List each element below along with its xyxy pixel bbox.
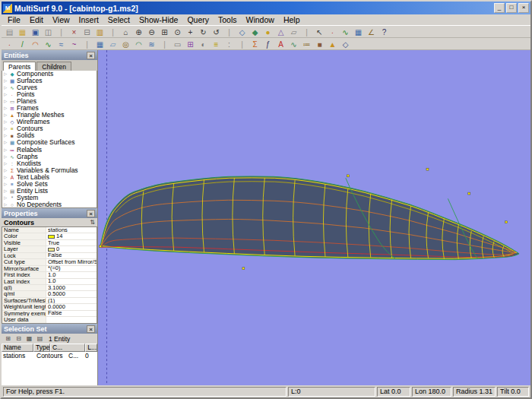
insert-trimesh-icon[interactable]: ▲: [326, 39, 339, 49]
property-value[interactable]: False: [46, 311, 97, 316]
property-value[interactable]: (1): [46, 298, 97, 303]
new-file-icon[interactable]: ▤: [3, 27, 16, 37]
selection-row[interactable]: stations Contours C... 0: [2, 352, 97, 359]
toolbar-separator-icon[interactable]: |: [55, 27, 68, 37]
insert-plane-icon[interactable]: ▭: [171, 39, 184, 49]
property-value[interactable]: 0: [46, 246, 97, 252]
insert-variable-icon[interactable]: Σ: [249, 39, 261, 49]
insert-arc-icon[interactable]: ◠: [29, 39, 42, 49]
select-all-icon[interactable]: ⊞: [3, 334, 13, 343]
property-value[interactable]: False: [46, 253, 97, 258]
expand-arrow-icon[interactable]: ▷: [4, 78, 8, 84]
tab-children[interactable]: Children: [36, 62, 71, 71]
zoom-out-icon[interactable]: ⊖: [145, 27, 158, 37]
expand-arrow-icon[interactable]: ▷: [4, 188, 8, 195]
minimize-button[interactable]: _: [494, 3, 505, 13]
insert-text-label-icon[interactable]: A: [274, 39, 287, 49]
toolbar-separator-icon[interactable]: |: [106, 27, 119, 37]
maximize-button[interactable]: □: [506, 3, 517, 13]
insert-wireframe-icon[interactable]: ◇: [339, 39, 352, 49]
close-icon[interactable]: ×: [87, 210, 95, 217]
insert-relabel-icon[interactable]: ≔: [300, 39, 313, 49]
insert-mirror-icon[interactable]: ◐: [197, 39, 210, 49]
title-bar[interactable]: M MultiSurf 9.0 - [cabintop-g1.ms2] _ □ …: [2, 2, 530, 14]
cut-icon[interactable]: ×: [68, 27, 81, 37]
expand-arrow-icon[interactable]: ▷: [4, 125, 8, 132]
render-view-icon[interactable]: ●: [261, 27, 274, 37]
expand-arrow-icon[interactable]: ▷: [4, 112, 8, 119]
menu-insert[interactable]: Insert: [74, 14, 103, 25]
insert-formula-icon[interactable]: ƒ: [261, 39, 274, 49]
clear-selection-icon[interactable]: ⊟: [14, 334, 24, 343]
property-value[interactable]: 1.0: [46, 272, 97, 277]
open-file-icon[interactable]: ▦: [16, 27, 29, 37]
menu-edit[interactable]: Edit: [25, 14, 48, 25]
expand-arrow-icon[interactable]: ▷: [4, 105, 8, 112]
viewport[interactable]: [98, 50, 530, 385]
menu-window[interactable]: Window: [242, 14, 279, 25]
menu-tools[interactable]: Tools: [214, 14, 242, 25]
select-cursor-icon[interactable]: ↖: [313, 27, 326, 37]
insert-line-icon[interactable]: /: [16, 39, 29, 49]
column-header-l[interactable]: L...: [85, 344, 97, 352]
insert-ruled-surface-icon[interactable]: ▱: [106, 39, 119, 49]
expand-arrow-icon[interactable]: ▷: [4, 84, 8, 91]
selection-list-icon[interactable]: ▤: [35, 334, 45, 343]
insert-graph-icon[interactable]: ∿: [287, 39, 300, 49]
shaded-view-icon[interactable]: ◆: [249, 27, 261, 37]
expand-arrow-icon[interactable]: ▷: [4, 201, 8, 208]
rotate-cw-icon[interactable]: ↻: [197, 27, 210, 37]
insert-snake-icon[interactable]: ~: [68, 39, 81, 49]
toolbar-separator-icon[interactable]: |: [158, 39, 171, 49]
expand-arrow-icon[interactable]: ▷: [4, 174, 8, 181]
property-value[interactable]: 0.0000: [46, 304, 97, 309]
insert-surface-icon[interactable]: ▦: [93, 39, 106, 49]
toolbar-separator-icon[interactable]: |: [236, 39, 249, 49]
menu-file[interactable]: File: [3, 14, 25, 25]
select-point-icon[interactable]: ∙: [326, 27, 339, 37]
menu-select[interactable]: Select: [103, 14, 135, 25]
expand-arrow-icon[interactable]: ▷: [4, 119, 8, 125]
expand-arrow-icon[interactable]: ▷: [4, 91, 8, 98]
property-value[interactable]: Offset from Mirror/Surf: [46, 259, 97, 264]
zoom-fit-icon[interactable]: ⊙: [171, 27, 184, 37]
tab-parents[interactable]: Parents: [3, 62, 36, 71]
close-icon[interactable]: ×: [87, 325, 95, 333]
expand-arrow-icon[interactable]: ▷: [4, 132, 8, 139]
print-icon[interactable]: ◫: [42, 27, 55, 37]
column-header-type[interactable]: Type: [33, 344, 50, 352]
expand-arrow-icon[interactable]: ▷: [4, 154, 8, 160]
paste-icon[interactable]: ▥: [93, 27, 106, 37]
column-header-name[interactable]: Name: [2, 344, 33, 352]
close-button[interactable]: ×: [518, 3, 529, 13]
property-value[interactable]: True: [46, 240, 97, 245]
wireframe-view-icon[interactable]: ◇: [236, 27, 249, 37]
expand-arrow-icon[interactable]: ▷: [4, 147, 8, 154]
menu-help[interactable]: Help: [279, 14, 305, 25]
property-value[interactable]: 3.1000: [46, 285, 97, 290]
ortho-view-icon[interactable]: ▱: [287, 27, 300, 37]
property-value[interactable]: stations: [46, 227, 97, 233]
expand-arrow-icon[interactable]: ▷: [4, 139, 8, 146]
measure-icon[interactable]: ∠: [365, 27, 378, 37]
sidebar-item-no-dependents[interactable]: ▷ ○ No Dependents: [2, 201, 97, 208]
property-value[interactable]: 14: [46, 233, 97, 239]
insert-swept-surface-icon[interactable]: ◠: [132, 39, 145, 49]
expand-arrow-icon[interactable]: ▷: [4, 98, 8, 105]
insert-ccurve-icon[interactable]: ≈: [55, 39, 68, 49]
insert-bcurve-icon[interactable]: ∿: [42, 39, 55, 49]
menu-query[interactable]: Query: [182, 14, 214, 25]
sort-icon[interactable]: ⇅: [90, 219, 95, 226]
select-curve-icon[interactable]: ∿: [339, 27, 352, 37]
insert-contours-icon[interactable]: ≡: [210, 39, 223, 49]
help-icon[interactable]: ?: [378, 27, 391, 37]
property-value[interactable]: [46, 317, 97, 322]
menu-show-hide[interactable]: Show-Hide: [135, 14, 182, 25]
invert-selection-icon[interactable]: ▦: [24, 334, 34, 343]
property-value[interactable]: 0.5000: [46, 291, 97, 296]
property-value[interactable]: 1.0: [46, 279, 97, 284]
perspective-view-icon[interactable]: △: [274, 27, 287, 37]
select-surface-icon[interactable]: ▦: [352, 27, 365, 37]
menu-view[interactable]: View: [48, 14, 74, 25]
insert-revolution-surface-icon[interactable]: ◎: [119, 39, 132, 49]
